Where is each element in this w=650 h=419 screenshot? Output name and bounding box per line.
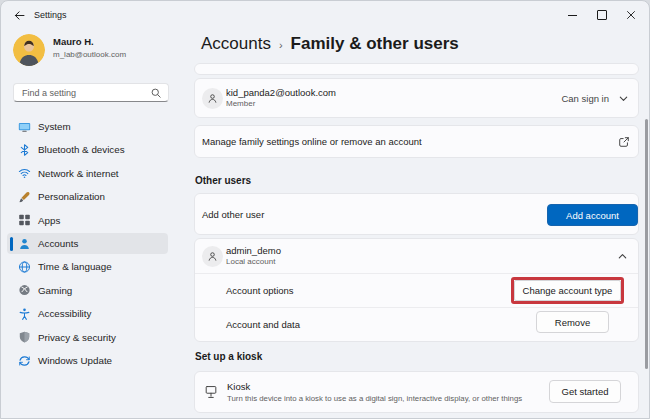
account-and-data-label: Account and data [226,319,300,330]
account-options-row: Account options Change account type [195,274,638,307]
account-and-data-row: Account and data Remove [195,308,638,341]
personalization-icon [18,190,31,203]
get-started-button[interactable]: Get started [549,380,621,403]
gaming-icon [18,284,31,297]
breadcrumb-separator-icon: › [279,39,283,51]
family-member-name: kid_panda2@outlook.com [226,87,336,98]
sidebar-item-label: Apps [38,209,60,232]
sidebar-item-accounts[interactable]: Accounts [1,232,186,255]
kiosk-icon [204,385,218,400]
manage-family-settings-link[interactable]: Manage family settings online or remove … [194,125,639,158]
sidebar-item-label: Accessibility [38,302,91,325]
sign-in-status-dropdown[interactable]: Can sign in [561,93,629,104]
red-highlight-annotation: Change account type [511,277,624,304]
page-title: Family & other users [291,34,459,54]
sidebar-item-label: Bluetooth & devices [38,138,125,161]
network-icon [18,167,31,180]
add-other-user-label: Add other user [202,209,264,220]
sidebar-item-label: System [38,115,71,138]
kiosk-row: Kiosk Turn this device into a kiosk to u… [194,371,639,413]
kiosk-description: Turn this device into a kiosk to use as … [227,394,522,404]
family-member-row: kid_panda2@outlook.com Member Can sign i… [194,78,639,118]
close-button[interactable] [616,2,645,28]
section-header-other-users: Other users [195,175,251,187]
arrow-left-icon [13,9,26,22]
sidebar-item-label: Personalization [38,185,105,208]
back-button[interactable] [9,6,29,24]
minimize-button[interactable] [558,2,587,28]
profile[interactable]: Mauro H. m_lab@outlook.com [1,31,186,71]
apps-icon [18,214,31,227]
sign-in-status: Can sign in [561,93,609,104]
sidebar-item-label: Network & internet [38,162,119,185]
accounts-icon [18,237,31,250]
account-options-label: Account options [226,285,294,296]
person-icon [202,88,223,109]
sidebar-item-system[interactable]: System [1,115,186,138]
accessibility-icon [18,307,31,320]
sidebar-item-bluetooth-devices[interactable]: Bluetooth & devices [1,138,186,161]
privacy-icon [18,331,31,344]
sidebar-item-gaming[interactable]: Gaming [1,279,186,302]
add-other-user-row: Add other user Add account [194,193,639,235]
titlebar: Settings [1,1,649,29]
settings-window: Settings Mauro H. m_lab@outlook.com [0,0,650,419]
sidebar-item-time-language[interactable]: Time & language [1,255,186,278]
kiosk-title: Kiosk [227,381,522,392]
bluetooth-icon [18,144,31,157]
sidebar-item-accessibility[interactable]: Accessibility [1,302,186,325]
account-expander-header[interactable]: admin_demo Local account [195,239,638,273]
account-type-label: Local account [226,257,281,267]
family-member-role: Member [226,99,336,109]
add-account-button[interactable]: Add account [547,204,638,226]
close-icon [626,10,636,20]
breadcrumb: Accounts › Family & other users [201,34,459,54]
window-title: Settings [34,9,67,21]
other-user-account-card: admin_demo Local account Account options… [194,238,639,342]
remove-button[interactable]: Remove [536,311,609,333]
sidebar-item-label: Gaming [38,279,72,302]
selected-indicator [10,237,13,251]
sidebar-item-label: Windows Update [38,349,112,372]
sidebar-item-windows-update[interactable]: Windows Update [1,349,186,372]
chevron-down-icon [618,93,629,104]
sidebar-item-label: Time & language [38,255,112,278]
sidebar-nav: System Bluetooth & devices Network & int… [1,115,186,372]
external-link-icon [618,136,630,148]
search-box [13,83,169,102]
sidebar-item-personalization[interactable]: Personalization [1,185,186,208]
breadcrumb-accounts[interactable]: Accounts [201,34,271,54]
time-language-icon [18,261,31,274]
sidebar-item-network-internet[interactable]: Network & internet [1,162,186,185]
account-name: admin_demo [226,245,281,256]
windows-update-icon [18,354,31,367]
window-controls [558,2,645,28]
sidebar-item-privacy-security[interactable]: Privacy & security [1,326,186,349]
maximize-icon [597,10,607,20]
scrollbar-thumb[interactable] [645,119,648,369]
section-header-kiosk: Set up a kiosk [195,351,262,363]
manage-family-label: Manage family settings online or remove … [202,136,422,147]
maximize-button[interactable] [587,2,616,28]
search-icon [150,87,162,99]
partially-scrolled-card [194,63,639,75]
sidebar-item-apps[interactable]: Apps [1,209,186,232]
minimize-icon [568,15,577,16]
profile-email: m_lab@outlook.com [53,50,126,60]
profile-name: Mauro H. [53,36,94,48]
sidebar-item-label: Accounts [38,232,78,255]
search-input[interactable] [14,84,168,101]
system-icon [18,120,31,133]
chevron-up-icon [617,251,628,262]
avatar [13,34,45,66]
change-account-type-button[interactable]: Change account type [514,280,621,301]
person-icon [202,246,223,267]
sidebar-item-label: Privacy & security [38,326,116,349]
